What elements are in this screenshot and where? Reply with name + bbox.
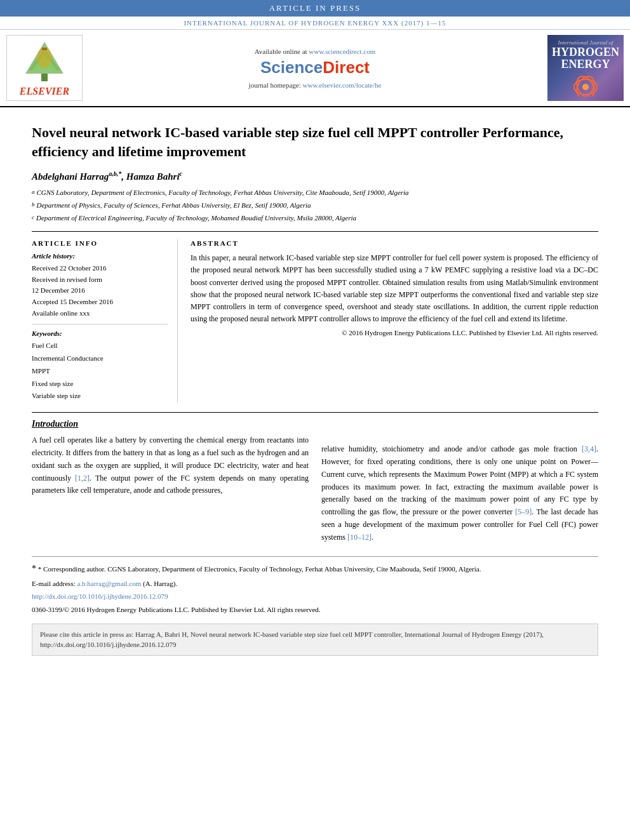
history-revised: 12 December 2016 [32,285,168,297]
journal-homepage-label: journal homepage: [249,81,301,89]
article-info-col: ARTICLE INFO Article history: Received 2… [32,239,178,403]
author2-sup: c [180,170,182,177]
science-direct-title: ScienceDirect [92,58,538,77]
author1-sup: a,b,* [109,170,121,177]
email-line: E-mail address: a.b.harrag@gmail.com (A.… [32,578,598,590]
aff-text-a: CGNS Laboratory, Department of Electroni… [37,187,409,199]
journal-homepage: journal homepage: www.elsevier.com/locat… [92,81,538,89]
aff-letter-a: a [32,187,35,196]
ref-1-2[interactable]: [1,2] [75,474,90,483]
sd-title-blue: Science [260,58,323,77]
keyword-3: MPPT [32,365,168,378]
star-symbol: * [32,564,36,573]
author1-name: Abdelghani Harrag [32,171,109,182]
body-section: Introduction A fuel cell operates like a… [32,412,598,543]
available-online-text: Available online at www.sciencedirect.co… [92,48,538,55]
elsevier-tree-icon [19,39,70,83]
copyright-line: © 2016 Hydrogen Energy Publications LLC.… [191,329,598,337]
article-info-heading: ARTICLE INFO [32,239,168,247]
svg-point-4 [37,48,52,68]
abstract-heading: ABSTRACT [191,239,598,247]
article-title: Novel neural network IC-based variable s… [32,123,598,161]
divider-1 [32,324,168,324]
keyword-5: Variable step size [32,390,168,403]
citation-box: Please cite this article in press as: Ha… [32,623,598,656]
keyword-4: Fixed step size [32,378,168,390]
ref-5-9[interactable]: [5–9] [515,507,532,516]
history-available: Available online xxx [32,308,168,319]
aff-text-c: Department of Electrical Engineering, Fa… [36,213,356,224]
footer-notes: * * Corresponding author. CGNS Laborator… [32,556,598,615]
aff-letter-c: c [32,213,34,222]
affiliations: a CGNS Laboratory, Department of Electro… [32,187,598,223]
hydrogen-journal-main: HYDROGEN ENERGY [551,46,620,72]
available-online-label: Available online at [255,48,307,55]
science-direct-url[interactable]: www.sciencedirect.com [309,48,375,55]
introduction-right-text: relative humidity, stoichiometry and ano… [321,443,598,543]
ref-10-12[interactable]: [10–12] [347,533,372,542]
authors-line: Abdelghani Harraga,b,*, Hamza Bahric [32,170,598,182]
hydrogen-logo-graphic [566,71,605,97]
introduction-left-text: A fuel cell operates like a battery by c… [32,434,309,497]
journal-homepage-url[interactable]: www.elsevier.com/locate/he [303,81,382,89]
corresponding-author-line: * * Corresponding author. CGNS Laborator… [32,562,598,576]
svg-point-9 [582,84,589,90]
author2-name: Hamza Bahri [126,171,180,182]
introduction-title: Introduction [32,419,309,429]
main-content: Novel neural network IC-based variable s… [0,107,630,665]
elsevier-logo: ELSEVIER [6,35,83,101]
science-direct-center: Available online at www.sciencedirect.co… [89,35,541,101]
svg-rect-5 [42,48,47,50]
doi-line: http://dx.doi.org/10.1016/j.ijhydene.201… [32,591,598,603]
journal-header-line: INTERNATIONAL JOURNAL OF HYDROGEN ENERGY… [0,17,630,30]
affiliation-c: c Department of Electrical Engineering, … [32,213,598,224]
aff-letter-b: b [32,200,35,209]
keyword-2: Incremental Conductance [32,352,168,365]
svg-rect-0 [41,74,48,81]
body-two-col: Introduction A fuel cell operates like a… [32,419,598,543]
history-revised-label: Received in revised form [32,274,168,286]
affiliation-b: b Department of Physics, Faculty of Scie… [32,200,598,211]
article-info-abstract: ARTICLE INFO Article history: Received 2… [32,231,598,403]
keyword-1: Fuel Cell [32,340,168,352]
elsevier-brand: ELSEVIER [20,86,69,97]
corresponding-label: * Corresponding author. [38,565,106,573]
issn-line: 0360-3199/© 2016 Hydrogen Energy Publica… [32,604,598,616]
affiliation-a: a CGNS Laboratory, Department of Electro… [32,187,598,199]
abstract-col: ABSTRACT In this paper, a neural network… [191,239,598,403]
email-link[interactable]: a.b.harrag@gmail.com [77,580,141,587]
article-history-title: Article history: [32,252,168,260]
email-author: (A. Harrag). [143,580,177,587]
ref-3-4[interactable]: [3,4] [582,444,596,453]
aff-text-b: Department of Physics, Faculty of Scienc… [37,200,311,211]
corresponding-text: CGNS Laboratory, Department of Electroni… [107,565,481,573]
article-in-press-banner: ARTICLE IN PRESS [0,0,630,17]
sd-title-red: Direct [323,58,370,77]
hydrogen-energy-logo: International Journal of HYDROGEN ENERGY [547,35,624,101]
email-label: E-mail address: [32,580,76,587]
keywords-title: Keywords: [32,330,168,337]
body-left-col: Introduction A fuel cell operates like a… [32,419,309,543]
hydrogen-journal-title: International Journal of [558,39,613,46]
history-received: Received 22 October 2016 [32,263,168,274]
top-header: ELSEVIER Available online at www.science… [0,30,630,107]
abstract-text: In this paper, a neural network IC-based… [191,252,598,325]
body-right-col: relative humidity, stoichiometry and ano… [321,419,598,543]
history-accepted: Accepted 15 December 2016 [32,297,168,308]
doi-link[interactable]: http://dx.doi.org/10.1016/j.ijhydene.201… [32,592,168,600]
